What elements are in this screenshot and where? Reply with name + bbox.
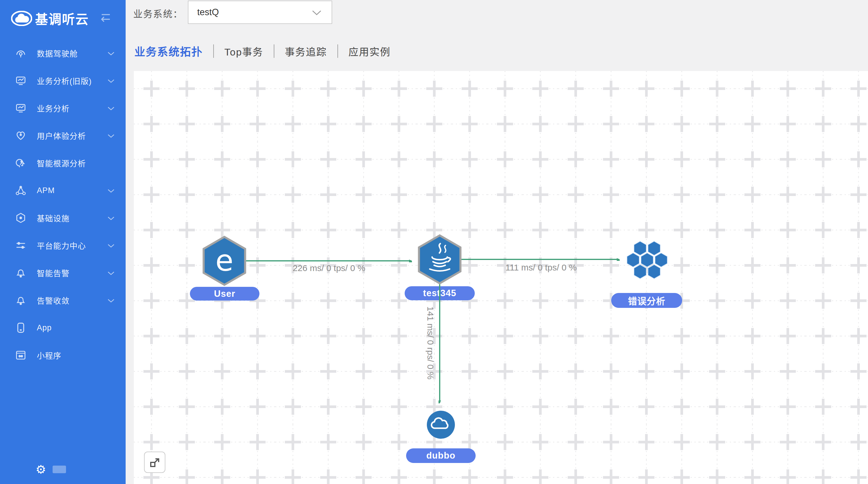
root-cause-icon <box>15 157 26 168</box>
expand-icon <box>149 456 161 469</box>
system-select-label: 业务系统： <box>133 6 183 20</box>
sidebar-item-smart-alert[interactable]: 智能告警 <box>0 259 126 287</box>
node-label-dubbo[interactable]: dubbo <box>406 448 476 463</box>
chevron-down-icon <box>107 134 115 138</box>
node-label-test345[interactable]: test345 <box>405 286 475 300</box>
chevron-down-icon <box>107 217 115 221</box>
sidebar-menu: 数据驾驶舱 业务分析(旧版) 业务分析 <box>0 39 126 369</box>
sidebar-item-label: 用户体验分析 <box>37 130 86 141</box>
tab-divider <box>213 44 214 58</box>
sidebar-item-platform-center[interactable]: 平台能力中心 <box>0 232 126 259</box>
sidebar-item-label: 平台能力中心 <box>37 240 86 251</box>
sidebar-item-label: 智能根源分析 <box>37 157 86 169</box>
sidebar-item-label: App <box>37 323 52 332</box>
tab-topology[interactable]: 业务系统拓扑 <box>134 43 203 59</box>
sidebar-item-label: 基础设施 <box>37 212 69 224</box>
chevron-down-icon <box>107 52 115 56</box>
node-error-analysis[interactable] <box>624 238 671 282</box>
sidebar-item-business-analysis-legacy[interactable]: 业务分析(旧版) <box>0 67 126 94</box>
tingyun-app: 基调听云 数据驾驶舱 <box>0 0 868 484</box>
chevron-down-icon <box>107 299 115 303</box>
node-dubbo[interactable] <box>425 409 457 441</box>
fullscreen-button[interactable] <box>144 452 165 473</box>
sidebar-footer: ⚙ <box>0 460 126 479</box>
sidebar-item-infrastructure[interactable]: 基础设施 <box>0 204 126 232</box>
node-label-user[interactable]: User <box>190 287 259 300</box>
sidebar-item-apm[interactable]: APM <box>0 177 126 204</box>
sidebar-item-label: 智能告警 <box>37 267 69 279</box>
app-icon <box>15 322 26 333</box>
alert-convergence-icon <box>15 295 26 306</box>
chevron-down-icon <box>107 189 115 193</box>
cloud-logo-icon <box>11 11 32 26</box>
sidebar-item-label: 业务分析(旧版) <box>37 75 92 87</box>
sidebar-item-label: 小程序 <box>37 350 61 361</box>
infrastructure-icon <box>15 212 26 223</box>
sidebar-item-data-cockpit[interactable]: 数据驾驶舱 <box>0 39 126 67</box>
business-analysis-legacy-icon <box>15 75 26 86</box>
chevron-down-icon <box>107 271 115 276</box>
chevron-down-icon <box>107 79 115 83</box>
e-glyph: e <box>215 244 234 278</box>
sidebar-item-root-cause[interactable]: 智能根源分析 <box>0 149 126 177</box>
topology-canvas[interactable]: User test345 错误分析 dubbo 226 ms/ 0 tps/ 0… <box>134 71 868 484</box>
footer-badge <box>53 465 66 473</box>
chevron-down-icon <box>312 10 322 16</box>
node-test345[interactable] <box>416 234 463 285</box>
tab-transaction-trace[interactable]: 事务追踪 <box>285 44 327 58</box>
user-experience-icon <box>15 130 26 141</box>
tab-top-transactions[interactable]: Top事务 <box>224 44 263 58</box>
sidebar-item-label: 业务分析 <box>37 102 69 114</box>
logo-text: 基调听云 <box>35 9 89 28</box>
apm-icon <box>15 185 26 196</box>
header-row: 业务系统： testQ <box>126 0 868 35</box>
collapse-sidebar-icon[interactable] <box>99 12 112 23</box>
chevron-down-icon <box>107 107 115 111</box>
sidebar-item-miniprogram[interactable]: 小程序 <box>0 342 126 369</box>
gear-icon[interactable]: ⚙ <box>36 463 46 475</box>
sidebar-item-label: APM <box>37 186 55 195</box>
chevron-down-icon <box>107 244 115 248</box>
miniprogram-icon <box>15 350 26 361</box>
sidebar: 基调听云 数据驾驶舱 <box>0 0 126 484</box>
edge-label-test345-error: 111 ms/ 0 tps/ 0 % <box>505 263 577 272</box>
platform-center-icon <box>15 240 26 251</box>
tabs: 业务系统拓扑 Top事务 事务追踪 应用实例 <box>134 35 391 67</box>
sidebar-item-business-analysis[interactable]: 业务分析 <box>0 94 126 122</box>
node-user[interactable]: e <box>201 235 248 287</box>
tab-divider <box>337 44 338 58</box>
tab-app-instances[interactable]: 应用实例 <box>348 44 391 58</box>
node-label-error-analysis[interactable]: 错误分析 <box>611 293 682 308</box>
sidebar-item-alert-convergence[interactable]: 告警收敛 <box>0 287 126 314</box>
sidebar-item-app[interactable]: App <box>0 314 126 342</box>
tab-divider <box>274 44 274 58</box>
sidebar-item-label: 数据驾驶舱 <box>37 47 78 59</box>
logo: 基调听云 <box>0 0 126 36</box>
sidebar-item-user-experience[interactable]: 用户体验分析 <box>0 122 126 149</box>
edge-label-test345-dubbo: 141 ms/ 0 rps/ 0 % <box>425 306 435 380</box>
business-analysis-icon <box>15 102 26 114</box>
business-system-select[interactable]: testQ <box>188 1 332 24</box>
dashboard-icon <box>15 47 26 59</box>
smart-alert-icon <box>15 267 26 278</box>
selected-system-value: testQ <box>197 7 219 18</box>
honeycomb-icon <box>627 241 667 279</box>
sidebar-item-label: 告警收敛 <box>37 295 69 306</box>
edge-label-user-test345: 226 ms/ 0 tps/ 0 % <box>293 263 365 273</box>
